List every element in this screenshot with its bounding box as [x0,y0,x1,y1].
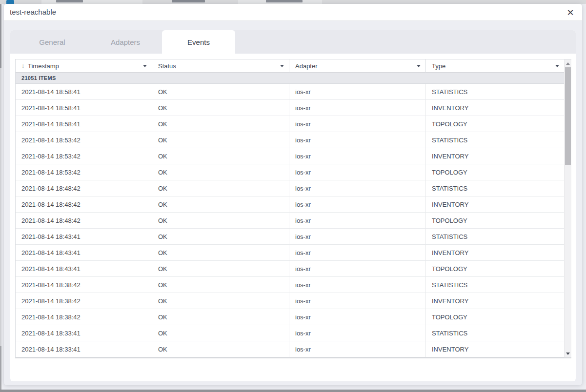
scroll-up-button[interactable] [565,59,571,67]
cell-status: OK [152,293,289,309]
cell-adapter: ios-xr [289,100,426,116]
cell-adapter: ios-xr [289,293,426,309]
modal-title: test-reachable [10,4,56,20]
cell-timestamp: 2021-08-14 18:58:41 [16,84,152,100]
table-row[interactable]: 2021-08-14 18:48:42OKios-xrINVENTORY [16,196,564,213]
cell-status: OK [152,116,289,132]
cell-timestamp: 2021-08-14 18:38:42 [16,309,152,325]
column-header-label: Status [158,62,176,70]
cell-timestamp: 2021-08-14 18:48:42 [16,196,152,213]
cell-timestamp: 2021-08-14 18:53:42 [16,148,152,164]
cell-type: INVENTORY [426,148,564,164]
column-header-timestamp[interactable]: ↓ Timestamp [16,59,152,73]
cell-adapter: ios-xr [289,277,426,293]
cell-timestamp: 2021-08-14 18:58:41 [16,116,152,132]
modal-titlebar: test-reachable ✕ [4,4,582,21]
column-header-label: Adapter [295,62,318,70]
table-row[interactable]: 2021-08-14 18:58:41OKios-xrTOPOLOGY [16,116,564,132]
table-row[interactable]: 2021-08-14 18:58:41OKios-xrINVENTORY [16,100,564,116]
cell-status: OK [152,341,289,357]
cell-status: OK [152,325,289,341]
column-header-type[interactable]: Type [426,59,564,73]
cell-status: OK [152,164,289,180]
table-row[interactable]: 2021-08-14 18:38:42OKios-xrTOPOLOGY [16,309,564,325]
cell-type: TOPOLOGY [426,261,564,277]
table-row[interactable]: 2021-08-14 18:53:42OKios-xrTOPOLOGY [16,164,564,180]
cell-timestamp: 2021-08-14 18:33:41 [16,325,152,341]
background-page-edge-left [0,4,1,390]
table-row[interactable]: 2021-08-14 18:58:41OKios-xrSTATISTICS [16,84,564,100]
cell-adapter: ios-xr [289,325,426,341]
cell-timestamp: 2021-08-14 18:58:41 [16,100,152,116]
cell-timestamp: 2021-08-14 18:53:42 [16,132,152,148]
cell-type: INVENTORY [426,196,564,213]
column-menu-icon[interactable] [280,65,284,67]
modal-content-card: GeneralAdaptersEvents ↓ Timestamp Status… [10,30,576,381]
cell-type: STATISTICS [426,132,564,148]
cell-type: TOPOLOGY [426,309,564,325]
table-scrollbar[interactable] [564,59,571,357]
cell-status: OK [152,148,289,164]
column-menu-icon[interactable] [143,65,147,67]
table-row[interactable]: 2021-08-14 18:33:41OKios-xrINVENTORY [16,341,564,357]
background-page-edge-bottom [0,390,586,392]
scroll-down-button[interactable] [565,350,571,357]
cell-status: OK [152,84,289,100]
table-row[interactable]: 2021-08-14 18:33:41OKios-xrSTATISTICS [16,325,564,341]
cell-timestamp: 2021-08-14 18:43:41 [16,229,152,245]
cell-adapter: ios-xr [289,261,426,277]
scroll-up-icon [566,62,570,65]
device-details-modal: test-reachable ✕ GeneralAdaptersEvents ↓… [4,4,582,385]
cell-timestamp: 2021-08-14 18:38:42 [16,277,152,293]
cell-type: TOPOLOGY [426,116,564,132]
scroll-down-icon [566,353,570,355]
background-page-edge-top [0,0,586,4]
cell-timestamp: 2021-08-14 18:48:42 [16,180,152,196]
table-body: 2021-08-14 18:58:41OKios-xrSTATISTICS202… [16,84,564,357]
column-menu-icon[interactable] [417,65,421,67]
cell-status: OK [152,213,289,229]
table-row[interactable]: 2021-08-14 18:53:42OKios-xrINVENTORY [16,148,564,164]
table-row[interactable]: 2021-08-14 18:48:42OKios-xrTOPOLOGY [16,213,564,229]
column-header-status[interactable]: Status [152,59,289,73]
tab-bar: GeneralAdaptersEvents [10,30,576,54]
cell-status: OK [152,196,289,213]
table-row[interactable]: 2021-08-14 18:43:41OKios-xrINVENTORY [16,245,564,261]
cell-type: STATISTICS [426,180,564,196]
table-row[interactable]: 2021-08-14 18:48:42OKios-xrSTATISTICS [16,180,564,196]
cell-adapter: ios-xr [289,196,426,213]
scrollbar-thumb[interactable] [565,67,571,165]
table-row[interactable]: 2021-08-14 18:53:42OKios-xrSTATISTICS [16,132,564,148]
cell-timestamp: 2021-08-14 18:43:41 [16,245,152,261]
items-count-row: 21051 ITEMS [16,73,564,84]
cell-status: OK [152,132,289,148]
cell-type: INVENTORY [426,341,564,357]
cell-type: STATISTICS [426,84,564,100]
cell-timestamp: 2021-08-14 18:48:42 [16,213,152,229]
cell-adapter: ios-xr [289,164,426,180]
close-icon: ✕ [566,7,574,18]
table-header-row: ↓ Timestamp Status Adapter Type [16,59,564,73]
column-header-adapter[interactable]: Adapter [289,59,426,73]
cell-type: INVENTORY [426,245,564,261]
cell-adapter: ios-xr [289,341,426,357]
cell-status: OK [152,100,289,116]
background-logo-fragment [6,0,14,4]
close-button[interactable]: ✕ [565,7,576,19]
tab-adapters[interactable]: Adapters [89,30,162,54]
cell-type: STATISTICS [426,229,564,245]
table-row[interactable]: 2021-08-14 18:43:41OKios-xrTOPOLOGY [16,261,564,277]
background-text-fragment [266,0,303,2]
events-table: ↓ Timestamp Status Adapter Type [15,59,571,358]
table-row[interactable]: 2021-08-14 18:43:41OKios-xrSTATISTICS [16,229,564,245]
cell-timestamp: 2021-08-14 18:43:41 [16,261,152,277]
tab-general[interactable]: General [16,30,89,54]
table-row[interactable]: 2021-08-14 18:38:42OKios-xrSTATISTICS [16,277,564,293]
cell-status: OK [152,229,289,245]
cell-status: OK [152,180,289,196]
column-menu-icon[interactable] [555,65,559,67]
background-text-fragment [172,0,205,2]
table-row[interactable]: 2021-08-14 18:38:42OKios-xrINVENTORY [16,293,564,309]
cell-type: STATISTICS [426,277,564,293]
tab-events[interactable]: Events [162,30,235,54]
